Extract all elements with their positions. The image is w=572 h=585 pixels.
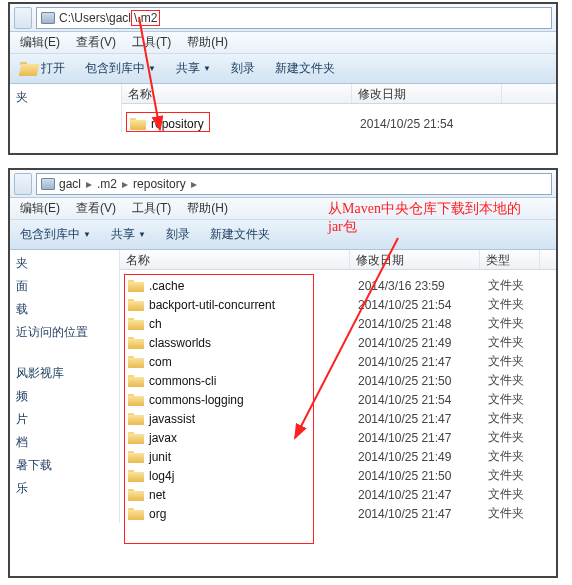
body: 夹 名称 修改日期 repository 2014/10/25 21:54 xyxy=(10,84,556,133)
col-name[interactable]: 名称 xyxy=(122,84,352,103)
file-type: 文件夹 xyxy=(488,277,548,294)
file-name: junit xyxy=(149,450,171,464)
menu-edit[interactable]: 编辑(E) xyxy=(14,198,66,219)
share-button[interactable]: 共享▼ xyxy=(107,224,150,245)
folder-icon xyxy=(128,337,144,349)
file-type: 文件夹 xyxy=(488,486,548,503)
file-date: 2014/10/25 21:47 xyxy=(358,431,488,445)
file-date: 2014/10/25 21:49 xyxy=(358,336,488,350)
sidebar-item[interactable]: 暑下载 xyxy=(10,454,119,477)
new-folder-button[interactable]: 新建文件夹 xyxy=(206,224,274,245)
col-name[interactable]: 名称 xyxy=(120,250,350,269)
burn-button[interactable]: 刻录 xyxy=(227,58,259,79)
open-folder-icon xyxy=(20,62,38,76)
file-name: backport-util-concurrent xyxy=(149,298,275,312)
file-date: 2014/10/25 21:49 xyxy=(358,450,488,464)
nav-back-icon[interactable] xyxy=(14,7,32,29)
body: 夹面载近访问的位置风影视库频片档暑下载乐 名称 修改日期 类型 .cache20… xyxy=(10,250,556,523)
file-row[interactable]: javax2014/10/25 21:47文件夹 xyxy=(120,428,556,447)
file-row[interactable]: javassist2014/10/25 21:47文件夹 xyxy=(120,409,556,428)
file-type: 文件夹 xyxy=(488,467,548,484)
menu-view[interactable]: 查看(V) xyxy=(70,32,122,53)
folder-icon xyxy=(128,318,144,330)
column-headers: 名称 修改日期 类型 xyxy=(120,250,556,270)
file-row[interactable]: .cache2014/3/16 23:59文件夹 xyxy=(120,276,556,295)
share-button[interactable]: 共享▼ xyxy=(172,58,215,79)
file-pane: 名称 修改日期 repository 2014/10/25 21:54 xyxy=(122,84,556,133)
file-list: .cache2014/3/16 23:59文件夹backport-util-co… xyxy=(120,270,556,523)
file-type: 文件夹 xyxy=(488,505,548,522)
file-row[interactable]: backport-util-concurrent2014/10/25 21:54… xyxy=(120,295,556,314)
burn-button[interactable]: 刻录 xyxy=(162,224,194,245)
folder-icon xyxy=(128,508,144,520)
file-row[interactable]: ch2014/10/25 21:48文件夹 xyxy=(120,314,556,333)
file-date: 2014/10/25 21:47 xyxy=(358,355,488,369)
address-field[interactable]: C:\Users\gacl\.m2 xyxy=(36,7,552,29)
crumb-gacl[interactable]: gacl xyxy=(59,177,81,191)
file-row[interactable]: junit2014/10/25 21:49文件夹 xyxy=(120,447,556,466)
menu-edit[interactable]: 编辑(E) xyxy=(14,32,66,53)
file-row[interactable]: log4j2014/10/25 21:50文件夹 xyxy=(120,466,556,485)
nav-back-icon[interactable] xyxy=(14,173,32,195)
folder-icon xyxy=(128,280,144,292)
sidebar-item[interactable]: 片 xyxy=(10,408,119,431)
crumb-m2[interactable]: .m2 xyxy=(97,177,117,191)
folder-icon xyxy=(128,394,144,406)
file-row[interactable]: classworlds2014/10/25 21:49文件夹 xyxy=(120,333,556,352)
file-name: repository xyxy=(151,117,204,131)
menu-tools[interactable]: 工具(T) xyxy=(126,32,177,53)
menu-help[interactable]: 帮助(H) xyxy=(181,198,234,219)
sidebar-item[interactable]: 频 xyxy=(10,385,119,408)
include-library-button[interactable]: 包含到库中▼ xyxy=(16,224,95,245)
toolbar: 打开 包含到库中▼ 共享▼ 刻录 新建文件夹 xyxy=(10,54,556,84)
sidebar: 夹 xyxy=(10,84,122,133)
folder-icon xyxy=(128,470,144,482)
file-row[interactable]: org2014/10/25 21:47文件夹 xyxy=(120,504,556,523)
explorer-window-m2: C:\Users\gacl\.m2 编辑(E) 查看(V) 工具(T) 帮助(H… xyxy=(8,2,558,155)
col-date[interactable]: 修改日期 xyxy=(352,84,502,103)
file-row[interactable]: commons-cli2014/10/25 21:50文件夹 xyxy=(120,371,556,390)
file-date: 2014/10/25 21:47 xyxy=(358,507,488,521)
new-folder-button[interactable]: 新建文件夹 xyxy=(271,58,339,79)
file-date: 2014/3/16 23:59 xyxy=(358,279,488,293)
sidebar-item[interactable]: 夹 xyxy=(10,252,119,275)
menu-tools[interactable]: 工具(T) xyxy=(126,198,177,219)
file-row[interactable]: com2014/10/25 21:47文件夹 xyxy=(120,352,556,371)
folder-icon xyxy=(128,432,144,444)
open-button[interactable]: 打开 xyxy=(16,58,69,79)
file-row[interactable]: commons-logging2014/10/25 21:54文件夹 xyxy=(120,390,556,409)
file-name: org xyxy=(149,507,166,521)
file-name: net xyxy=(149,488,166,502)
address-field[interactable]: gacl▸ .m2▸ repository▸ xyxy=(36,173,552,195)
include-library-button[interactable]: 包含到库中▼ xyxy=(81,58,160,79)
sidebar-item[interactable]: 夹 xyxy=(10,86,121,109)
sidebar-item[interactable]: 乐 xyxy=(10,477,119,500)
file-row[interactable]: repository 2014/10/25 21:54 xyxy=(122,114,556,133)
column-headers: 名称 修改日期 xyxy=(122,84,556,104)
file-pane: 名称 修改日期 类型 .cache2014/3/16 23:59文件夹backp… xyxy=(120,250,556,523)
sidebar-item[interactable]: 面 xyxy=(10,275,119,298)
file-date: 2014/10/25 21:50 xyxy=(358,469,488,483)
sidebar-item[interactable]: 载 xyxy=(10,298,119,321)
file-name: commons-logging xyxy=(149,393,244,407)
file-date: 2014/10/25 21:54 xyxy=(360,117,490,131)
sidebar-item[interactable]: 档 xyxy=(10,431,119,454)
address-path: C:\Users\gacl\.m2 xyxy=(59,11,160,25)
menu-bar: 编辑(E) 查看(V) 工具(T) 帮助(H) xyxy=(10,32,556,54)
drive-icon xyxy=(41,12,55,24)
sidebar: 夹面载近访问的位置风影视库频片档暑下载乐 xyxy=(10,250,120,523)
crumb-repository[interactable]: repository xyxy=(133,177,186,191)
folder-icon xyxy=(128,356,144,368)
sidebar-item[interactable]: 风影视库 xyxy=(10,362,119,385)
file-name: ch xyxy=(149,317,162,331)
col-type[interactable]: 类型 xyxy=(480,250,540,269)
sidebar-item[interactable]: 近访问的位置 xyxy=(10,321,119,344)
file-name: com xyxy=(149,355,172,369)
file-type: 文件夹 xyxy=(488,448,548,465)
annotation-text: 从Maven中央仓库下载到本地的jar包 xyxy=(328,200,521,236)
menu-help[interactable]: 帮助(H) xyxy=(181,32,234,53)
file-row[interactable]: net2014/10/25 21:47文件夹 xyxy=(120,485,556,504)
folder-icon xyxy=(128,451,144,463)
menu-view[interactable]: 查看(V) xyxy=(70,198,122,219)
col-date[interactable]: 修改日期 xyxy=(350,250,480,269)
